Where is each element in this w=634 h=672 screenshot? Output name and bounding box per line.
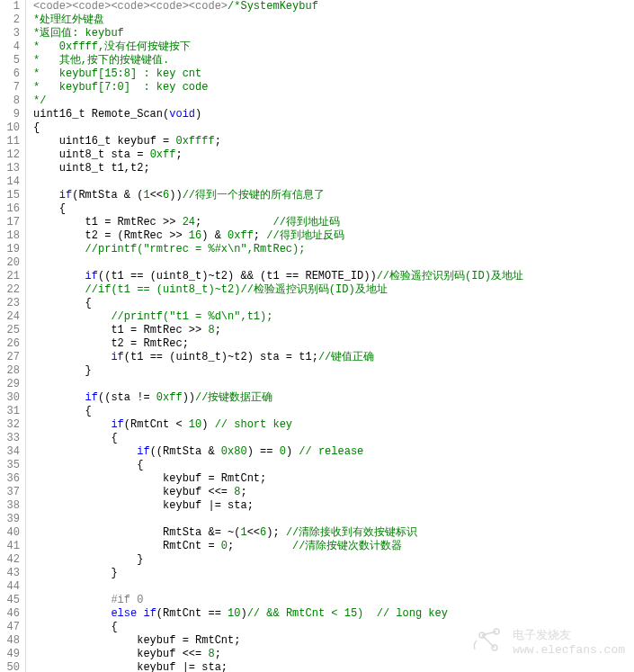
line-number: 30 [0, 391, 20, 405]
line-number: 40 [0, 526, 20, 540]
code-line: uint8_t t1,t2; [33, 162, 634, 175]
line-number: 31 [0, 405, 20, 418]
code-line: } [33, 553, 634, 567]
code-line: uint16_t keybuf = 0xffff; [33, 135, 634, 148]
line-number: 8 [0, 94, 20, 108]
line-number: 9 [0, 108, 20, 121]
line-number: 29 [0, 378, 20, 391]
code-line: if((RmtSta & 0x80) == 0) // release [33, 445, 634, 459]
watermark-url: www.elecfans.com [513, 643, 625, 658]
line-number: 45 [0, 594, 20, 607]
code-line: keybuf = RmtCnt; [33, 472, 634, 486]
code-line: RmtCnt = 0; //清除按键次数计数器 [33, 540, 634, 553]
line-number: 42 [0, 553, 20, 567]
code-line: #if 0 [33, 594, 634, 607]
line-number: 17 [0, 216, 20, 229]
line-number: 33 [0, 432, 20, 445]
watermark-text: 电子发烧友 www.elecfans.com [513, 629, 625, 658]
code-line: uint16_t Remote_Scan(void) [33, 108, 634, 121]
code-line: *返回值: keybuf [33, 27, 634, 40]
code-line [33, 513, 634, 526]
line-number: 39 [0, 513, 20, 526]
line-number: 32 [0, 418, 20, 432]
line-number: 15 [0, 189, 20, 202]
code-line: */ [33, 94, 634, 108]
code-line: * keybuf[15:8] : key cnt [33, 67, 634, 81]
code-line: { [33, 297, 634, 310]
code-line [33, 580, 634, 594]
code-content: <code><code><code><code><code>/*SystemKe… [25, 0, 634, 672]
code-line: keybuf <<= 8; [33, 486, 634, 499]
line-number: 12 [0, 148, 20, 162]
line-number: 35 [0, 459, 20, 472]
code-line: { [33, 202, 634, 216]
code-line: //printf("rmtrec = %#x\n",RmtRec); [33, 243, 634, 256]
code-line: { [33, 405, 634, 418]
code-line [33, 378, 634, 391]
line-number: 46 [0, 607, 20, 621]
code-line: keybuf |= sta; [33, 499, 634, 513]
code-line: if((sta != 0xff))//按键数据正确 [33, 391, 634, 405]
watermark: 电子发烧友 www.elecfans.com [469, 623, 625, 663]
elecfans-logo-icon [469, 623, 505, 663]
line-number: 49 [0, 648, 20, 661]
code-line: else if(RmtCnt == 10)// && RmtCnt < 15) … [33, 607, 634, 621]
svg-line-4 [482, 635, 495, 648]
code-line [33, 175, 634, 189]
code-line: <code><code><code><code><code>/*SystemKe… [33, 0, 634, 13]
code-line: //if(t1 == (uint8_t)~t2)//检验遥控识别码(ID)及地址 [33, 283, 634, 297]
code-line: if(RmtSta & (1<<6))//得到一个按键的所有信息了 [33, 189, 634, 202]
code-line: if(t1 == (uint8_t)~t2) sta = t1;//键值正确 [33, 351, 634, 364]
line-number: 25 [0, 324, 20, 337]
line-number: 44 [0, 580, 20, 594]
code-line: t1 = RmtRec >> 24; //得到地址码 [33, 216, 634, 229]
code-line: { [33, 121, 634, 135]
code-line: { [33, 432, 634, 445]
watermark-title: 电子发烧友 [513, 629, 625, 643]
line-number: 27 [0, 351, 20, 364]
line-number: 20 [0, 256, 20, 270]
line-number: 1 [0, 0, 20, 13]
code-line: RmtSta &= ~(1<<6); //清除接收到有效按键标识 [33, 526, 634, 540]
line-number: 23 [0, 297, 20, 310]
line-number: 50 [0, 661, 20, 672]
line-number: 28 [0, 364, 20, 378]
line-number: 26 [0, 337, 20, 351]
line-number: 41 [0, 540, 20, 553]
code-line: if((t1 == (uint8_t)~t2) && (t1 == REMOTE… [33, 270, 634, 283]
line-number: 36 [0, 472, 20, 486]
line-number: 2 [0, 13, 20, 27]
code-line: t2 = RmtRec; [33, 337, 634, 351]
line-number: 24 [0, 310, 20, 324]
code-line: * keybuf[7:0] : key code [33, 81, 634, 94]
line-number: 7 [0, 81, 20, 94]
line-number: 16 [0, 202, 20, 216]
line-number: 5 [0, 54, 20, 67]
code-line: if(RmtCnt < 10) // short key [33, 418, 634, 432]
line-number: 18 [0, 229, 20, 243]
line-number-gutter: 1234567891011121314151617181920212223242… [0, 0, 25, 672]
line-number: 11 [0, 135, 20, 148]
line-number: 34 [0, 445, 20, 459]
line-number: 4 [0, 40, 20, 54]
line-number: 37 [0, 486, 20, 499]
code-line: //printf("t1 = %d\n",t1); [33, 310, 634, 324]
line-number: 19 [0, 243, 20, 256]
line-number: 6 [0, 67, 20, 81]
code-line: } [33, 567, 634, 580]
line-number: 43 [0, 567, 20, 580]
code-line: t1 = RmtRec >> 8; [33, 324, 634, 337]
code-line: * 其他,按下的按键键值. [33, 54, 634, 67]
code-line: uint8_t sta = 0xff; [33, 148, 634, 162]
line-number: 3 [0, 27, 20, 40]
line-number: 47 [0, 621, 20, 634]
line-number: 14 [0, 175, 20, 189]
code-line: t2 = (RmtRec >> 16) & 0xff; //得到地址反码 [33, 229, 634, 243]
line-number: 10 [0, 121, 20, 135]
line-number: 22 [0, 283, 20, 297]
code-line: { [33, 459, 634, 472]
line-number: 38 [0, 499, 20, 513]
line-number: 21 [0, 270, 20, 283]
code-line: * 0xffff,没有任何按键按下 [33, 40, 634, 54]
line-number: 48 [0, 634, 20, 648]
